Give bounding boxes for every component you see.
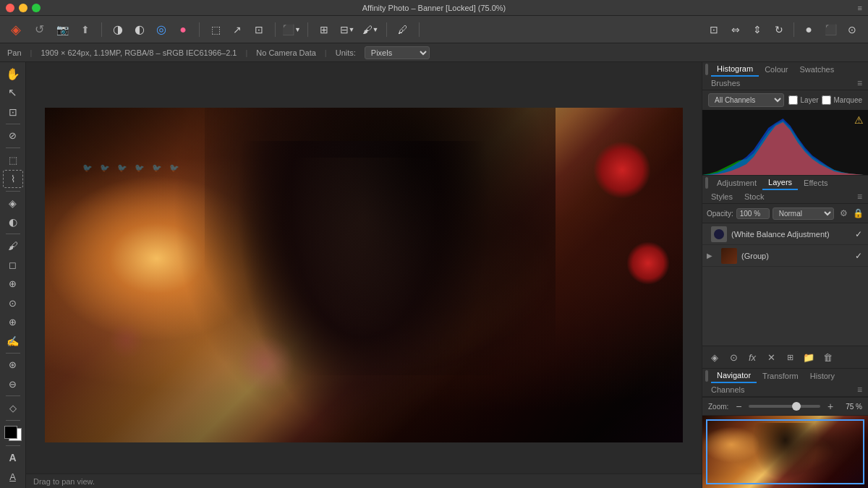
opacity-input[interactable] — [736, 208, 770, 219]
fill-tool[interactable]: ◈ — [3, 194, 23, 212]
toolbar-sep-7 — [793, 22, 794, 37]
move-tool[interactable]: ↖ — [3, 84, 23, 101]
layer-white-balance[interactable]: (White Balance Adjustment) ✓ — [702, 223, 868, 245]
gradient-tool[interactable]: ◐ — [3, 213, 23, 231]
dodge-burn-tool[interactable]: ⊖ — [3, 375, 23, 393]
info-bar: Pan | 1909 × 624px, 1.19MP, RGBA/8 – sRG… — [0, 43, 868, 62]
layers-action-group-icon[interactable]: ⊞ — [782, 349, 798, 365]
freehand-tool[interactable]: ⌇ — [3, 170, 23, 188]
lock-icon[interactable]: 🔒 — [853, 208, 864, 218]
navigator-panel: Zoom: − + 75 % — [702, 397, 868, 488]
layer-wb-name: (White Balance Adjustment) — [731, 230, 851, 239]
layers-action-mask-icon[interactable]: ⊙ — [726, 349, 741, 365]
zoom-plus-btn[interactable]: + — [825, 401, 836, 412]
minimize-button[interactable] — [19, 4, 27, 12]
crop-tool[interactable]: ⊡ — [3, 103, 23, 121]
persona-photo-btn[interactable]: 📷 — [52, 20, 72, 40]
zoom-slider[interactable] — [749, 405, 820, 408]
layers-action-fx-icon[interactable]: fx — [744, 349, 760, 365]
navigator-preview[interactable] — [702, 416, 868, 488]
flip-h-btn[interactable]: ⇔ — [726, 20, 746, 40]
tab-layers[interactable]: Layers — [762, 176, 798, 190]
layers-tabs: Adjustment Layers Effects Styles Stock ≡ — [702, 176, 868, 204]
retouch-tool[interactable]: ⊙ — [3, 294, 23, 312]
foreground-bg-colors[interactable] — [3, 424, 23, 442]
smudge-tool[interactable]: ✍ — [3, 333, 23, 350]
text-tool[interactable]: A — [3, 449, 23, 466]
toolbar-sep-3 — [275, 22, 276, 37]
brush-tools-btn[interactable]: 🖌 ▼ — [360, 20, 380, 40]
eraser-tool[interactable]: ◻ — [3, 256, 23, 273]
inpaint-tool[interactable]: ⊛ — [3, 356, 23, 374]
clone-tool[interactable]: ⊕ — [3, 275, 23, 293]
opacity-label: Opacity: — [707, 210, 733, 218]
status-bar: Drag to pan view. — [26, 474, 702, 488]
channel-select[interactable]: All Channels Red Green Blue Alpha — [708, 93, 784, 107]
tab-brushes[interactable]: Brushes — [705, 77, 746, 90]
tab-adjustment[interactable]: Adjustment — [711, 176, 762, 189]
tab-stock[interactable]: Stock — [739, 190, 770, 203]
tab-channels[interactable]: Channels — [705, 383, 750, 396]
tab-styles[interactable]: Styles — [705, 190, 739, 203]
shape-tools: ⬛ ▼ — [281, 20, 302, 40]
layers-action-trash-icon[interactable]: 🗑 — [820, 349, 835, 365]
tab-history[interactable]: History — [804, 369, 841, 382]
layers-settings-btn[interactable]: ⚙ — [837, 207, 850, 220]
layers-action-folder-icon[interactable]: 📁 — [801, 349, 817, 365]
tab-swatches[interactable]: Swatches — [794, 63, 841, 76]
layers-action-layers-icon[interactable]: ◈ — [707, 349, 723, 365]
tab-navigator[interactable]: Navigator — [711, 369, 757, 383]
color-balance-btn[interactable]: ◎ — [151, 20, 171, 40]
circle-btn[interactable]: ● — [799, 20, 819, 40]
lasso-btn[interactable]: ↗ — [227, 20, 247, 40]
curves-btn[interactable]: ◑ — [108, 20, 128, 40]
close-button[interactable] — [6, 4, 14, 12]
histogram-panel-menu[interactable]: ≡ — [854, 78, 865, 88]
blend-mode-select[interactable]: Normal Multiply Screen Overlay — [773, 207, 834, 220]
nav-viewport-indicator[interactable] — [706, 419, 865, 484]
magic-wand-btn[interactable]: ⊡ — [249, 20, 269, 40]
square2-btn[interactable]: ⬛ — [820, 20, 841, 40]
history-back-btn[interactable]: ↺ — [29, 20, 49, 40]
nav-panel-menu[interactable]: ≡ — [854, 385, 865, 395]
hsl-btn[interactable]: ◐ — [129, 20, 150, 40]
zoom-minus-btn[interactable]: − — [733, 401, 744, 412]
grid-btn[interactable]: ⊞ — [314, 20, 334, 40]
magnify-tool[interactable]: ⊕ — [3, 313, 23, 330]
layer-group[interactable]: ▶ (Group) ✓ — [702, 245, 868, 267]
navigate-btn[interactable]: ⊙ — [842, 20, 862, 40]
zoom-label: Zoom: — [708, 403, 728, 411]
brush-tool[interactable]: 🖌 — [3, 237, 23, 254]
tab-colour[interactable]: Colour — [759, 63, 793, 76]
hand-tool[interactable]: ✋ — [3, 65, 23, 82]
transform-btn[interactable]: ⊡ — [704, 20, 724, 40]
eyedropper-tool[interactable]: ⊘ — [3, 127, 23, 145]
tab-histogram[interactable]: Histogram — [711, 62, 759, 77]
window-menu-icon[interactable]: ≡ — [858, 4, 862, 12]
share-btn[interactable]: ⬆ — [75, 20, 95, 40]
sharpen-tool[interactable]: ◇ — [3, 399, 23, 416]
wb-thumb-icon — [712, 228, 726, 241]
layers-action-adjust-icon[interactable]: ✕ — [763, 349, 779, 365]
canvas-image[interactable]: 🐦🐦🐦🐦🐦🐦 — [45, 108, 683, 442]
layer-checkbox[interactable] — [788, 95, 798, 105]
tab-transform[interactable]: Transform — [757, 369, 804, 382]
maximize-button[interactable] — [32, 4, 41, 12]
layer-label: Layer — [801, 96, 819, 104]
marquee-tool[interactable]: ⬚ — [3, 151, 23, 168]
shape-btn[interactable]: ⬛ ▼ — [281, 20, 302, 40]
vibrance-btn[interactable]: ● — [173, 20, 193, 40]
tab-effects[interactable]: Effects — [798, 176, 833, 189]
units-select[interactable]: Pixels Inches Centimetres — [365, 46, 430, 59]
text-art-tool[interactable]: A — [3, 468, 23, 485]
color-picker-btn[interactable]: 🖊 — [393, 20, 413, 40]
rect-select-btn[interactable]: ⬚ — [205, 20, 226, 40]
snapping-btn[interactable]: ⊟ ▼ — [337, 20, 357, 40]
marquee-checkbox[interactable] — [822, 95, 831, 105]
rotate-btn[interactable]: ↻ — [769, 20, 789, 40]
panel-drag-handle — [705, 64, 708, 75]
layer-expand-icon[interactable]: ▶ — [707, 252, 717, 260]
flip-v-btn[interactable]: ⇕ — [747, 20, 767, 40]
layers-panel-menu[interactable]: ≡ — [854, 192, 865, 202]
zoom-slider-thumb — [792, 402, 801, 411]
